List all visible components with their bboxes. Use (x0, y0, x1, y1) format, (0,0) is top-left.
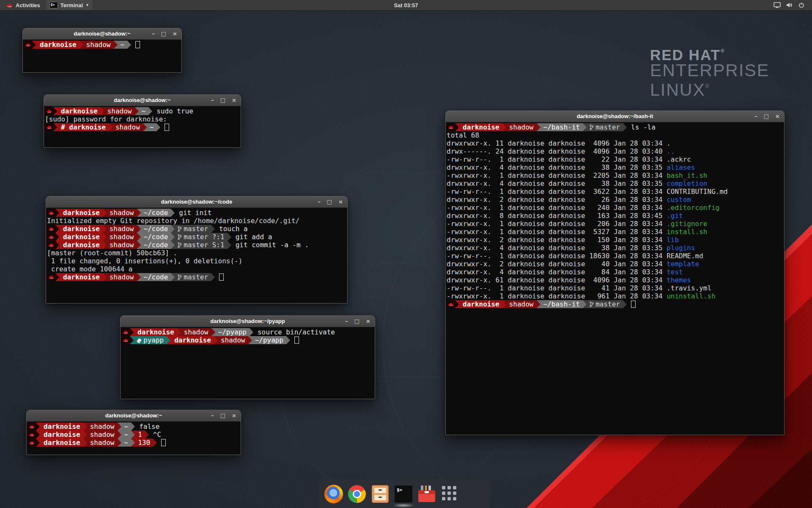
minimize-button[interactable]: – (318, 196, 321, 207)
ls-row-fields: drwxrwxr-x. 61 darknoise darknoise 4096 … (447, 276, 667, 284)
ls-row-filename: completion (667, 179, 707, 188)
powerline-separator (137, 209, 141, 217)
top-bar: Activities $> Terminal ▼ Sat 03:57 (0, 0, 812, 11)
terminal-line: darknoiseshadow~ (24, 41, 181, 49)
ls-row-fields: drwxrwxr-x. 2 darknoise darknoise 26 Jan… (447, 196, 667, 204)
minimize-button[interactable]: – (211, 95, 214, 106)
ls-row: -rwxrwxr-x. 1 darknoise darknoise 240 Ja… (447, 204, 783, 212)
powerline-separator (137, 233, 141, 241)
minimize-button[interactable]: – (152, 28, 155, 39)
terminal-body[interactable]: darknoiseshadow~/codegit initInitialized… (46, 208, 347, 304)
maximize-button[interactable]: □ (327, 196, 332, 207)
close-button[interactable]: × (338, 196, 343, 207)
close-button[interactable]: × (366, 316, 370, 327)
dock-item-terminal[interactable]: $> (394, 484, 413, 504)
powerline-separator (250, 328, 253, 336)
redhat-prompt-icon (448, 125, 454, 130)
dock-item-app-grid[interactable] (440, 484, 460, 504)
window-title: darknoise@shadow:~ (27, 410, 241, 421)
maximize-button[interactable]: □ (161, 28, 166, 39)
close-button[interactable]: × (232, 410, 236, 421)
ls-row: -rw-rw-r--. 1 darknoise darknoise 3622 J… (447, 188, 783, 196)
ls-row: drwxrwxr-x. 4 darknoise darknoise 38 Jan… (447, 244, 783, 252)
powerline-separator (171, 233, 175, 241)
powerline-separator (623, 300, 627, 308)
terminal-line: darknoiseshadow~130 (27, 439, 240, 447)
ls-row-filename: README.md (667, 252, 703, 260)
terminal-window-exitcodes: darknoise@shadow:~–□×darknoiseshadow~fal… (26, 410, 241, 455)
maximize-button[interactable]: □ (220, 95, 225, 106)
terminal-line: pyappdarknoiseshadow~/pyapp (121, 336, 374, 344)
prompt-segment-user: darknoise (59, 209, 103, 217)
power-icon[interactable] (798, 2, 804, 8)
dock-item-firefox[interactable] (324, 484, 343, 504)
ls-row-filename: uninstall.sh (667, 292, 716, 300)
powerline-separator (131, 422, 135, 431)
powerline-separator (623, 123, 627, 131)
minimize-button[interactable]: – (345, 316, 348, 327)
display-icon[interactable] (774, 2, 781, 8)
powerline-separator (131, 431, 135, 439)
terminal-body[interactable]: darknoiseshadow~sudo true[sudo] password… (44, 106, 241, 148)
terminal-line: darknoiseshadow~/bash-itmaster (447, 300, 783, 308)
redhat-prompt-icon-box (27, 422, 36, 431)
ls-row-fields: drwxrwxr-x. 4 darknoise darknoise 84 Jan… (447, 268, 667, 276)
ls-row-fields: -rw-rw-r--. 1 darknoise darknoise 22 Jan… (447, 155, 667, 163)
terminal-line: darknoiseshadow~/codemaster S:1git commi… (47, 241, 346, 249)
activities-button[interactable]: Activities (3, 0, 43, 10)
powerline-separator (228, 233, 231, 241)
ls-row-fields: drwxrwxr-x. 4 darknoise darknoise 38 Jan… (447, 163, 667, 171)
ls-row: -rwxrwxr-x. 1 darknoise darknoise 5327 J… (447, 228, 783, 236)
minimize-button[interactable]: – (754, 111, 757, 122)
dock-item-chrome[interactable] (347, 484, 367, 504)
ls-row: drwxrwxr-x. 4 darknoise darknoise 84 Jan… (447, 268, 783, 276)
app-menu-terminal[interactable]: $> Terminal ▼ (46, 0, 93, 10)
terminal-body[interactable]: darknoiseshadow~/bash-itmasterls -latota… (446, 122, 784, 436)
terminal-body[interactable]: darknoiseshadow~ (23, 40, 181, 73)
window-titlebar[interactable]: darknoise@shadow:~/code–□× (46, 196, 347, 208)
window-titlebar[interactable]: darknoise@shadow:~/pyapp–□× (121, 316, 375, 327)
prompt-segment-host: shadow (107, 209, 137, 217)
redhat-prompt-icon-box (24, 41, 32, 49)
window-titlebar[interactable]: darknoise@shadow:~–□× (27, 410, 241, 422)
minimize-button[interactable]: – (211, 410, 214, 421)
powerline-separator (455, 300, 459, 308)
dock-item-toolbox[interactable] (417, 484, 436, 504)
maximize-button[interactable]: □ (354, 316, 359, 327)
ls-row-filename: install.sh (667, 228, 707, 236)
maximize-button[interactable]: □ (764, 111, 769, 122)
prompt-segment-path: ~ (118, 41, 128, 49)
clock[interactable]: Sat 03:57 (394, 2, 418, 8)
redhat-prompt-icon-box (27, 439, 36, 447)
ls-row: drwxrwxr-x. 8 darknoise darknoise 163 Ja… (447, 212, 783, 220)
terminal-body[interactable]: darknoiseshadow~/pyappsource bin/activat… (121, 327, 375, 400)
ls-row: drwxrwxr-x. 2 darknoise darknoise 150 Ja… (447, 236, 783, 244)
window-titlebar[interactable]: darknoise@shadow:~–□× (44, 95, 241, 106)
maximize-button[interactable]: □ (220, 410, 225, 421)
volume-icon[interactable] (786, 2, 793, 8)
powerline-separator (80, 41, 83, 49)
terminal-body[interactable]: darknoiseshadow~falsedarknoiseshadow~1^C… (27, 422, 241, 456)
prompt-segment-user: # darknoise (57, 123, 109, 131)
prompt-segment-host: shadow (107, 225, 137, 233)
powerline-separator (118, 439, 121, 447)
close-button[interactable]: × (173, 28, 177, 39)
dock-item-file-manager[interactable] (370, 484, 390, 504)
powerline-separator (583, 123, 587, 131)
redhat-prompt-icon (448, 302, 454, 306)
ls-row-fields: -rw-rw-r--. 1 darknoise darknoise 18630 … (447, 252, 667, 260)
close-button[interactable]: × (232, 95, 236, 106)
window-buttons: –□× (152, 28, 177, 39)
ls-row-filename: .. (667, 147, 675, 155)
prompt-segment-user: darknoise (459, 123, 502, 131)
command-text: touch a (219, 225, 247, 233)
close-button[interactable]: × (775, 111, 780, 122)
redhat-prompt-icon (29, 440, 35, 445)
window-titlebar[interactable]: darknoise@shadow:~/bash-it–□× (446, 111, 784, 122)
prompt-segment-git: master (175, 225, 211, 233)
powerline-separator (118, 431, 121, 439)
powerline-separator (502, 300, 506, 308)
prompt-segment-exit: 130 (135, 439, 153, 447)
prompt-segment-path: ~ (121, 431, 132, 439)
window-titlebar[interactable]: darknoise@shadow:~–□× (23, 28, 181, 40)
